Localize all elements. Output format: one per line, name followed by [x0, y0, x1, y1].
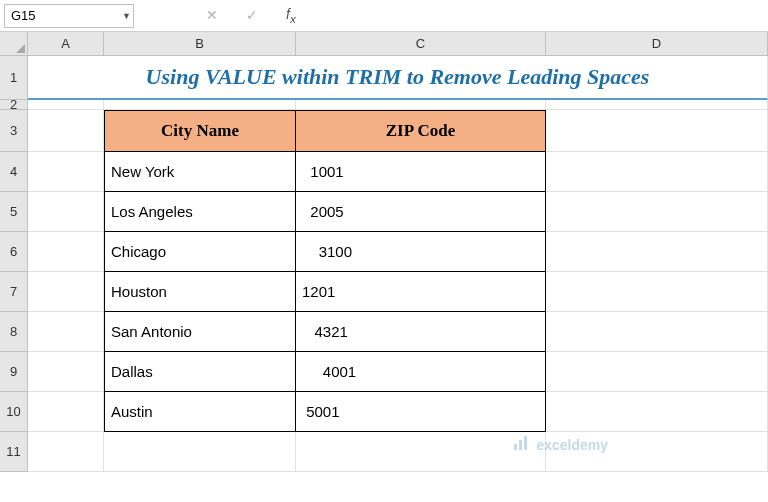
col-header-C[interactable]: C [296, 32, 546, 56]
cell-C5[interactable]: 2005 [296, 192, 546, 232]
cell-C8[interactable]: 4321 [296, 312, 546, 352]
row-header-5[interactable]: 5 [0, 192, 28, 232]
cell-D11[interactable] [546, 432, 768, 472]
row-header-9[interactable]: 9 [0, 352, 28, 392]
header-zip[interactable]: ZIP Code [296, 110, 546, 152]
row-header-1[interactable]: 1 [0, 56, 28, 100]
cell-A6[interactable] [28, 232, 104, 272]
cell-D2[interactable] [546, 100, 768, 110]
cell-D4[interactable] [546, 152, 768, 192]
cell-C9[interactable]: 4001 [296, 352, 546, 392]
cells-area: Using VALUE within TRIM to Remove Leadin… [28, 56, 768, 472]
cell-D5[interactable] [546, 192, 768, 232]
cell-B11[interactable] [104, 432, 296, 472]
cell-D8[interactable] [546, 312, 768, 352]
name-box[interactable]: G15 ▼ [4, 4, 134, 28]
row-header-7[interactable]: 7 [0, 272, 28, 312]
cell-A3[interactable] [28, 110, 104, 152]
cell-D7[interactable] [546, 272, 768, 312]
cell-C4[interactable]: 1001 [296, 152, 546, 192]
col-header-A[interactable]: A [28, 32, 104, 56]
cell-A8[interactable] [28, 312, 104, 352]
cell-C6[interactable]: 3100 [296, 232, 546, 272]
row-header-2[interactable]: 2 [0, 100, 28, 110]
row-header-8[interactable]: 8 [0, 312, 28, 352]
formula-bar: G15 ▼ ✕ ✓ fx [0, 0, 768, 32]
cell-A4[interactable] [28, 152, 104, 192]
cell-A11[interactable] [28, 432, 104, 472]
cell-A5[interactable] [28, 192, 104, 232]
row-headers: 1 2 3 4 5 6 7 8 9 10 11 [0, 56, 28, 472]
formula-buttons: ✕ ✓ fx [194, 6, 308, 25]
cell-D10[interactable] [546, 392, 768, 432]
col-header-D[interactable]: D [546, 32, 768, 56]
row-header-4[interactable]: 4 [0, 152, 28, 192]
cell-A2[interactable] [28, 100, 104, 110]
cell-B5[interactable]: Los Angeles [104, 192, 296, 232]
row-header-11[interactable]: 11 [0, 432, 28, 472]
cell-B8[interactable]: San Antonio [104, 312, 296, 352]
cancel-icon: ✕ [206, 7, 218, 23]
cell-B4[interactable]: New York [104, 152, 296, 192]
cell-C10[interactable]: 5001 [296, 392, 546, 432]
cell-D3[interactable] [546, 110, 768, 152]
fx-icon[interactable]: fx [286, 6, 296, 25]
header-city[interactable]: City Name [104, 110, 296, 152]
column-header-row: A B C D [0, 32, 768, 56]
row-header-10[interactable]: 10 [0, 392, 28, 432]
select-all-corner[interactable] [0, 32, 28, 56]
formula-input[interactable] [308, 4, 768, 28]
title-cell[interactable]: Using VALUE within TRIM to Remove Leadin… [28, 56, 768, 100]
cell-A10[interactable] [28, 392, 104, 432]
cell-D6[interactable] [546, 232, 768, 272]
row-header-6[interactable]: 6 [0, 232, 28, 272]
cell-B10[interactable]: Austin [104, 392, 296, 432]
cell-A7[interactable] [28, 272, 104, 312]
cell-C2[interactable] [296, 100, 546, 110]
col-header-B[interactable]: B [104, 32, 296, 56]
cell-D9[interactable] [546, 352, 768, 392]
cell-B2[interactable] [104, 100, 296, 110]
name-box-value: G15 [11, 8, 36, 23]
cell-C7[interactable]: 1201 [296, 272, 546, 312]
check-icon: ✓ [246, 7, 258, 23]
cell-B9[interactable]: Dallas [104, 352, 296, 392]
cell-B6[interactable]: Chicago [104, 232, 296, 272]
row-header-3[interactable]: 3 [0, 110, 28, 152]
cell-A9[interactable] [28, 352, 104, 392]
cell-C11[interactable] [296, 432, 546, 472]
chevron-down-icon[interactable]: ▼ [122, 11, 131, 21]
cell-B7[interactable]: Houston [104, 272, 296, 312]
